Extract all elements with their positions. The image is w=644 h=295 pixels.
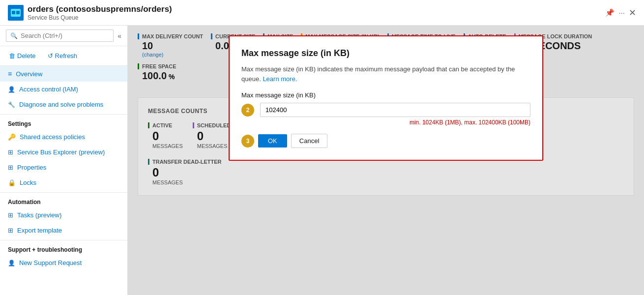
main-layout: 🔍 « 🗑 Delete ↺ Refresh ≡ Overview 👤 Acce…	[0, 26, 644, 295]
app-icon	[8, 5, 24, 21]
refresh-button[interactable]: ↺ Refresh	[45, 50, 81, 61]
search-input[interactable]	[21, 32, 109, 39]
refresh-icon: ↺	[48, 52, 53, 59]
settings-section-header: Settings	[0, 114, 127, 129]
access-control-icon: 👤	[8, 86, 15, 93]
max-message-size-input[interactable]	[260, 103, 530, 117]
header-left: orders (contososbuspremns/orders) Servic…	[8, 4, 172, 21]
new-support-icon: 👤	[8, 260, 15, 266]
dialog-input-row: 2	[241, 103, 530, 117]
service-bus-explorer-icon: ⊞	[8, 148, 13, 156]
header-title-group: orders (contososbuspremns/orders) Servic…	[28, 4, 172, 21]
nav-tasks[interactable]: ⊞ Tasks (preview)	[0, 207, 127, 223]
collapse-icon[interactable]: «	[117, 32, 121, 40]
max-message-size-dialog: Max message size (in KB) Max message siz…	[229, 35, 543, 161]
nav-diagnose[interactable]: 🔧 Diagnose and solve problems	[0, 97, 127, 112]
svg-rect-1	[12, 11, 15, 14]
page-title: orders (contososbuspremns/orders)	[28, 4, 172, 14]
sidebar-toolbar: 🗑 Delete ↺ Refresh	[0, 46, 127, 66]
ellipsis-icon[interactable]: ···	[618, 8, 625, 17]
search-area: 🔍 «	[0, 26, 127, 46]
nav-locks[interactable]: 🔒 Locks	[0, 175, 127, 190]
learn-more-link[interactable]: Learn more.	[263, 75, 297, 83]
support-section-header: Support + troubleshooting	[0, 240, 127, 255]
dialog-field-label: Max message size (in KB)	[241, 91, 530, 99]
dialog-hint: min. 1024KB (1MB), max. 102400KB (100MB)	[241, 119, 530, 126]
delete-icon: 🗑	[9, 52, 15, 59]
nav-properties[interactable]: ⊞ Properties	[0, 160, 127, 175]
app-header: orders (contososbuspremns/orders) Servic…	[0, 0, 644, 26]
dialog-title: Max message size (in KB)	[241, 48, 530, 59]
svg-rect-2	[16, 11, 20, 14]
step3-badge: 3	[241, 135, 254, 148]
search-box[interactable]: 🔍	[6, 30, 114, 42]
overview-icon: ≡	[8, 70, 12, 78]
nav-new-support[interactable]: 👤 New Support Request	[0, 255, 127, 270]
export-template-icon: ⊞	[8, 227, 13, 234]
nav-service-bus-explorer[interactable]: ⊞ Service Bus Explorer (preview)	[0, 145, 127, 160]
step2-badge: 2	[241, 104, 254, 117]
pin-icon[interactable]: 📌	[605, 8, 615, 17]
automation-section-header: Automation	[0, 192, 127, 207]
nav-export-template[interactable]: ⊞ Export template	[0, 223, 127, 238]
search-icon: 🔍	[10, 32, 18, 39]
tasks-icon: ⊞	[8, 211, 13, 219]
page-subtitle: Service Bus Queue	[28, 14, 172, 21]
nav-shared-access[interactable]: 🔑 Shared access policies	[0, 129, 127, 145]
nav-access-control[interactable]: 👤 Access control (IAM)	[0, 82, 127, 97]
shared-access-icon: 🔑	[8, 133, 16, 141]
locks-icon: 🔒	[8, 179, 16, 186]
dialog-overlay: Max message size (in KB) Max message siz…	[128, 26, 644, 295]
header-actions: 📌 ··· ✕	[605, 7, 636, 18]
nav-overview[interactable]: ≡ Overview	[0, 66, 127, 82]
cancel-button[interactable]: Cancel	[291, 134, 327, 148]
content-area: MAX DELIVERY COUNT 10 (change) CURRENT S…	[128, 26, 644, 295]
delete-button[interactable]: 🗑 Delete	[6, 50, 39, 61]
sidebar: 🔍 « 🗑 Delete ↺ Refresh ≡ Overview 👤 Acce…	[0, 26, 128, 295]
dialog-description: Max message size (in KB) indicates the m…	[241, 64, 530, 84]
ok-button[interactable]: OK	[258, 134, 287, 148]
properties-icon: ⊞	[8, 164, 13, 171]
diagnose-icon: 🔧	[8, 101, 15, 108]
close-button[interactable]: ✕	[629, 7, 636, 18]
dialog-button-row: 3 OK Cancel	[241, 134, 530, 148]
